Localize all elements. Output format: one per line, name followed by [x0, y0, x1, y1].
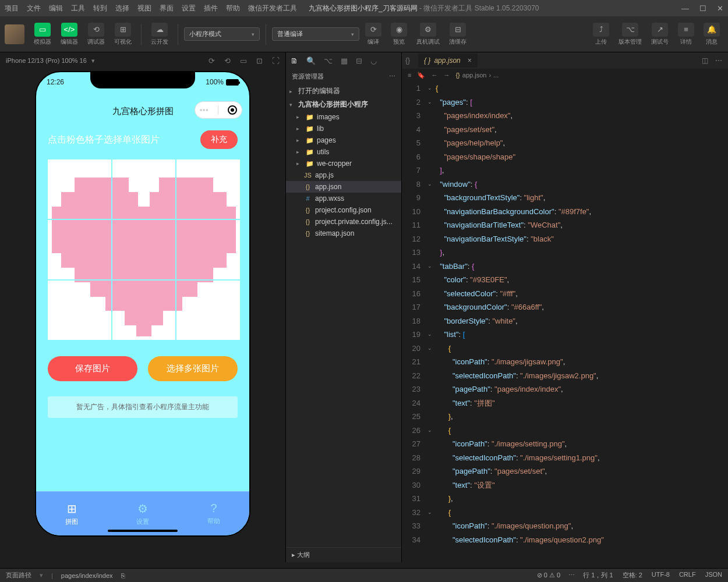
split-icon[interactable]: ◫	[702, 56, 708, 65]
save-button[interactable]: 保存图片	[48, 356, 137, 381]
heart-shape	[48, 159, 240, 340]
gutter-icon[interactable]: ≡	[408, 72, 411, 79]
detail-button[interactable]: ≡详情	[674, 23, 698, 46]
file-item[interactable]: {}app.json	[286, 181, 401, 193]
phone-simulator[interactable]: 12:26 100% 九宫格心形拼图 ••• 点击粉色格子选择单张图片 补充	[35, 71, 250, 537]
back-icon[interactable]: ←	[431, 72, 437, 79]
menu-item[interactable]: 转到	[93, 3, 107, 13]
expand-icon[interactable]: ⛶	[272, 56, 280, 65]
tab-settings[interactable]: ⚙设置	[107, 492, 178, 535]
folder-lib[interactable]: ▸📁lib	[286, 123, 401, 134]
menu-item[interactable]: 工具	[71, 3, 85, 13]
ad-placeholder: 暂无广告，具体指引查看小程序流量主功能	[48, 396, 238, 418]
file-item[interactable]: {}sitemap.json	[286, 228, 401, 239]
folder-utils[interactable]: ▸📁utils	[286, 146, 401, 158]
refresh-icon[interactable]: ⟳	[208, 56, 215, 65]
encoding[interactable]: UTF-8	[652, 571, 670, 580]
capsule-button[interactable]: •••	[195, 101, 242, 119]
window-title: 九宫格心形拼图小程序_刀客源码网 - 微信开发者工具 Stable 1.05.2…	[309, 3, 539, 13]
copy-icon[interactable]: ⎘	[121, 572, 125, 579]
avatar[interactable]	[5, 24, 24, 44]
cursor-pos[interactable]: 行 1，列 1	[583, 571, 613, 580]
file-item[interactable]: #app.wxss	[286, 193, 401, 204]
ext-icon[interactable]: ▦	[341, 56, 348, 65]
editor-button[interactable]: </>编辑器	[57, 23, 82, 46]
upload-button[interactable]: ⤴上传	[589, 23, 613, 46]
file-item[interactable]: {}project.private.config.js...	[286, 216, 401, 228]
rotate-icon[interactable]: ⟲	[224, 56, 231, 65]
folder-we-cropper[interactable]: ▸📁we-cropper	[286, 158, 401, 169]
bookmark-icon[interactable]: 🔖	[417, 72, 425, 79]
indent[interactable]: 空格: 2	[623, 571, 642, 580]
device-label[interactable]: iPhone 12/13 (Pro) 100% 16	[6, 57, 87, 64]
path-label: 页面路径	[6, 571, 31, 580]
file-tree: ▸打开的编辑器 ▾九宫格心形拼图小程序 ▸📁images▸📁lib▸📁pages…	[286, 84, 401, 239]
tab-jigsaw[interactable]: ⊞拼图	[36, 492, 107, 535]
visual-button[interactable]: ⊞可视化	[111, 23, 135, 46]
outline-section[interactable]: ▸ 大纲	[286, 547, 401, 562]
gear-icon: ⚙	[137, 502, 148, 516]
menu-item[interactable]: 编辑	[49, 3, 63, 13]
realdebug-button[interactable]: ⚙真机调试	[413, 23, 443, 46]
menu-item[interactable]: 帮助	[226, 3, 240, 13]
branch-icon[interactable]: ⌥	[324, 56, 333, 65]
clearcache-button[interactable]: ⊟清缓存	[446, 23, 470, 46]
debugger-button[interactable]: ⟲调试器	[84, 23, 108, 46]
eol[interactable]: CRLF	[679, 571, 696, 580]
breadcrumb[interactable]: {} app.json › ...	[455, 72, 499, 79]
device-icon[interactable]: ▭	[240, 56, 247, 65]
menu-item[interactable]: 项目	[5, 3, 19, 13]
statusbar: 页面路径▾ | pages/index/index ⎘ ⊘ 0 ⚠ 0 ⋯ 行 …	[0, 568, 728, 582]
close-icon[interactable]: ✕	[717, 4, 723, 13]
explorer-pane: 🗎 🔍 ⌥ ▦ ⊟ ◡ 资源管理器⋯ ▸打开的编辑器 ▾九宫格心形拼图小程序 ▸…	[285, 52, 402, 562]
open-editors-section[interactable]: ▸打开的编辑器	[286, 84, 401, 98]
cloud-button[interactable]: ☁云开发	[147, 23, 172, 46]
more-icon[interactable]: ⋯	[389, 73, 395, 80]
folder-pages[interactable]: ▸📁pages	[286, 134, 401, 146]
menu-item[interactable]: 选择	[115, 3, 129, 13]
editor-tab[interactable]: { }app.json×	[418, 54, 478, 68]
menu-item[interactable]: 视图	[137, 3, 151, 13]
files-tab-icon[interactable]: 🗎	[291, 56, 298, 65]
fill-button[interactable]: 补充	[200, 130, 238, 149]
multi-select-button[interactable]: 选择多张图片	[148, 356, 238, 381]
compile-dropdown[interactable]: 普通编译	[272, 27, 359, 41]
maximize-icon[interactable]: ☐	[699, 4, 706, 13]
screenshot-icon[interactable]: ⊡	[256, 56, 263, 65]
bowl-icon[interactable]: ◡	[370, 56, 377, 65]
menu-icon[interactable]: •••	[200, 106, 209, 114]
menu-item[interactable]: 文件	[27, 3, 41, 13]
mode-dropdown[interactable]: 小程序模式	[184, 27, 260, 41]
simulator-button[interactable]: ▭模拟器	[30, 23, 55, 46]
forward-icon[interactable]: →	[443, 72, 450, 79]
tabbar: ⊞拼图 ⚙设置 ?帮助	[36, 491, 249, 535]
folder-images[interactable]: ▸📁images	[286, 111, 401, 123]
editor-pane: {} { }app.json× ◫ ⋯ ≡ 🔖 ← → {} app.json …	[402, 52, 728, 562]
more-status-icon[interactable]: ⋯	[568, 572, 575, 579]
compile-button[interactable]: ⟳编译	[362, 23, 385, 46]
titlebar: 项目 文件 编辑 工具 转到 选择 视图 界面 设置 插件 帮助 微信开发者工具…	[0, 0, 728, 16]
file-item[interactable]: JSapp.js	[286, 169, 401, 181]
close-tab-icon[interactable]: ×	[468, 56, 472, 65]
file-item[interactable]: {}project.config.json	[286, 204, 401, 216]
code-editor[interactable]: 1234567891011121314151617181920212223242…	[402, 81, 728, 546]
image-grid[interactable]	[48, 159, 240, 340]
page-path[interactable]: pages/index/index	[61, 572, 113, 579]
menu-item[interactable]: 界面	[160, 3, 174, 13]
menu-item[interactable]: 微信开发者工具	[248, 3, 297, 13]
minimize-icon[interactable]: —	[681, 4, 689, 13]
menu-item[interactable]: 设置	[182, 3, 196, 13]
more-icon[interactable]: ⋯	[715, 56, 722, 65]
project-root[interactable]: ▾九宫格心形拼图小程序	[286, 98, 401, 111]
version-button[interactable]: ⌥版本管理	[615, 23, 645, 46]
message-button[interactable]: 🔔消息	[700, 23, 723, 46]
menu-item[interactable]: 插件	[204, 3, 218, 13]
search-icon[interactable]: 🔍	[306, 56, 316, 65]
tab-help[interactable]: ?帮助	[178, 492, 249, 535]
errors[interactable]: ⊘ 0 ⚠ 0	[537, 572, 560, 579]
db-icon[interactable]: ⊟	[356, 56, 362, 65]
close-app-icon[interactable]	[228, 105, 237, 115]
testno-button[interactable]: ↗测试号	[648, 23, 672, 46]
lang-mode[interactable]: JSON	[705, 571, 722, 580]
preview-button[interactable]: ◉预览	[387, 23, 411, 46]
